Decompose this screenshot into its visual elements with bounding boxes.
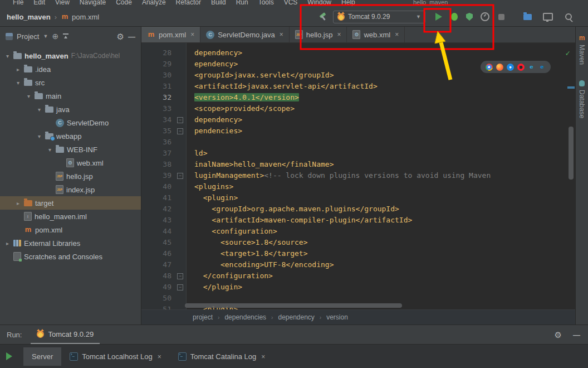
chevron-down-icon[interactable]: ▾ [36,106,42,113]
ie-browser-icon[interactable]: e [528,64,535,71]
safari-browser-icon[interactable] [507,64,514,71]
menu-vcs[interactable]: VCS [279,0,303,7]
xml-breadcrumb-version[interactable]: version [326,313,348,321]
close-icon[interactable] [261,353,265,361]
tab-web-xml[interactable]: web.xml [347,27,405,42]
tree-item-pom-xml[interactable]: pom.xml [0,223,141,236]
stripe-tab-maven[interactable]: Maven [578,35,586,65]
tree-item-idea[interactable]: ▸.idea [0,62,141,76]
menu-tools[interactable]: Tools [253,0,279,7]
code-line[interactable]: dependency> [194,114,575,125]
menu-file[interactable]: File [8,0,28,7]
code-line[interactable]: luginManagement><!-- lock down plugins v… [194,170,575,181]
code-line[interactable]: <groupId>org.apache.maven.plugins</group… [194,204,575,215]
menu-edit[interactable]: Edit [28,0,50,7]
gutter-line[interactable]: 48 [141,270,186,282]
menu-code[interactable]: Code [111,0,137,7]
chrome-browser-icon[interactable] [486,64,493,71]
gutter-line[interactable]: 47 [141,259,186,270]
fold-marker-icon[interactable] [175,170,186,181]
editor-gutter[interactable]: 2829303132333435363738394041424344454647… [141,43,187,309]
code-line[interactable]: dependency> [194,47,575,59]
build-hammer-icon[interactable] [318,12,327,21]
hide-panel-icon[interactable]: — [128,32,135,41]
code-line[interactable] [194,293,575,304]
code-line[interactable]: <version>4.0.1</version> [194,92,575,103]
stripe-tab-database[interactable]: Database [578,80,586,118]
gutter-line[interactable]: 29 [141,59,186,70]
chevron-right-icon[interactable]: ▸ [4,240,11,246]
gutter-line[interactable]: 39 [141,170,186,181]
fold-marker-icon[interactable] [175,114,186,125]
xml-breadcrumb-dependencies[interactable]: dependencies [224,313,266,321]
gutter-line[interactable]: 32 [141,92,186,103]
code-area[interactable]: dependency>ependency><groupId>javax.serv… [187,43,575,309]
code-line[interactable]: inalName>hello_maven</finalName> [194,159,575,170]
gutter-line[interactable]: 35 [141,125,186,137]
menu-navigate[interactable]: Navigate [75,0,111,7]
gear-icon[interactable]: ⚙ [117,32,124,41]
gutter-line[interactable]: 50 [141,293,186,304]
code-line[interactable]: </configuration> [194,270,575,282]
vertical-scrollbar[interactable] [569,127,574,180]
gutter-line[interactable]: 41 [141,192,186,204]
tab-servletdemo-java[interactable]: ServletDemo.java [200,27,290,42]
breadcrumb-project[interactable]: hello_maven [7,13,51,21]
tree-item-hello-jsp[interactable]: hello.jsp [0,170,141,183]
search-everywhere-icon[interactable] [565,13,572,20]
run-button[interactable] [435,13,442,21]
code-line[interactable]: <source>1.8</source> [194,237,575,248]
close-icon[interactable] [395,31,399,38]
menu-view[interactable]: View [50,0,75,7]
code-line[interactable]: <configuration> [194,226,575,237]
open-folder-icon[interactable] [523,14,532,20]
menu-run[interactable]: Run [231,0,253,7]
menu-help[interactable]: Help [336,0,360,7]
tree-item-scratches-and-consoles[interactable]: Scratches and Consoles [0,250,141,263]
close-icon[interactable] [280,31,283,38]
code-line[interactable]: </plugin> [194,282,575,293]
coverage-button[interactable] [466,13,473,21]
chevron-down-icon[interactable]: ▾ [15,80,21,86]
code-line[interactable]: <artifactId>maven-compiler-plugin</artif… [194,215,575,226]
gutter-line[interactable]: 44 [141,226,186,237]
gutter-line[interactable]: 28 [141,47,186,59]
gutter-line[interactable]: 30 [141,70,186,81]
code-line[interactable] [194,137,575,148]
tree-item-main[interactable]: ▾main [0,89,141,103]
menu-refactor[interactable]: Refactor [171,0,206,7]
chevron-right-icon[interactable]: ▸ [15,200,21,206]
rerun-button[interactable] [6,352,12,360]
terminal-icon[interactable] [543,13,553,21]
chevron-down-icon[interactable]: ▾ [36,133,42,139]
gutter-line[interactable]: 45 [141,237,186,248]
close-icon[interactable] [158,353,161,361]
menu-analyze[interactable]: Analyze [137,0,171,7]
run-config-tab[interactable]: Tomcat 9.0.29 [31,325,100,344]
gear-icon[interactable]: ⚙ [555,331,562,339]
gutter-line[interactable]: 40 [141,181,186,192]
editor[interactable]: 2829303132333435363738394041424344454647… [141,43,575,309]
close-icon[interactable] [337,31,341,38]
menu-build[interactable]: Build [206,0,231,7]
chevron-right-icon[interactable]: ▸ [15,66,21,72]
bottom-tab-tomcat-catalina-log[interactable]: Tomcat Catalina Log [170,347,274,366]
breadcrumb-file[interactable]: pom.xml [61,13,99,21]
debug-button[interactable] [451,13,458,21]
tree-item-index-jsp[interactable]: index.jsp [0,183,141,196]
chevron-down-icon[interactable]: ▾ [26,93,32,99]
gutter-line[interactable]: 43 [141,215,186,226]
gutter-line[interactable]: 37 [141,148,186,159]
menu-window[interactable]: Window [302,0,336,7]
code-line[interactable]: <plugins> [194,181,575,192]
tree-item-src[interactable]: ▾src [0,76,141,89]
horizontal-scrollbar[interactable] [185,303,402,308]
gutter-line[interactable]: 51 [141,304,186,309]
tree-item-web-xml[interactable]: web.xml [0,156,141,170]
chevron-down-icon[interactable]: ▾ [47,147,53,153]
gutter-line[interactable]: 33 [141,103,186,114]
collapse-all-icon[interactable] [62,33,69,40]
gutter-line[interactable]: 49 [141,282,186,293]
firefox-browser-icon[interactable] [496,64,503,71]
fold-marker-icon[interactable] [175,125,186,137]
